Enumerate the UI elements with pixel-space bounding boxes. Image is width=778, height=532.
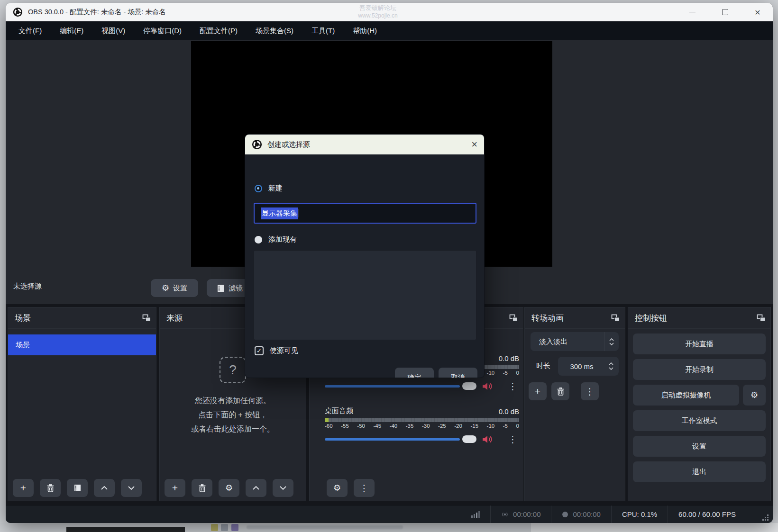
exit-button[interactable]: 退出 [633, 461, 766, 482]
mute-speaker-icon[interactable] [482, 435, 493, 443]
close-button[interactable]: × [753, 8, 762, 17]
background-thumbnail [211, 524, 218, 531]
add-source-button[interactable]: + [165, 479, 185, 497]
sources-panel-title: 来源 [166, 313, 183, 324]
add-transition-button[interactable]: + [529, 382, 547, 400]
transition-selected-value: 淡入淡出 [531, 337, 604, 346]
empty-hint-line3: 或者右击此处添加一个。 [160, 422, 306, 436]
start-recording-button[interactable]: 开始录制 [633, 359, 766, 380]
question-mark-icon: ? [220, 357, 246, 383]
duration-label: 时长 [536, 361, 550, 370]
menu-profile[interactable]: 配置文件(P) [191, 21, 247, 40]
remove-scene-button[interactable] [40, 479, 61, 497]
menu-tools[interactable]: 工具(T) [302, 21, 344, 40]
add-existing-label: 添加现有 [268, 235, 297, 244]
start-virtual-camera-button[interactable]: 启动虚拟摄像机 [633, 385, 739, 406]
transitions-toolbar: + ⋮ [529, 382, 599, 400]
scene-list-item-selected[interactable]: 场景 [8, 334, 156, 355]
ok-button[interactable]: 确定 [395, 368, 434, 378]
resize-grip[interactable] [762, 514, 769, 521]
existing-sources-list[interactable] [254, 250, 476, 340]
chevron-down-icon[interactable] [609, 367, 613, 370]
menu-edit[interactable]: 编辑(E) [51, 21, 92, 40]
create-source-dialog: 创建或选择源 × 新建 显示器采集 添加现有 ✓ 使源可见 确定 取消 [245, 134, 485, 378]
sources-toolbar: + ⚙ [165, 479, 293, 497]
obs-logo-icon [13, 7, 23, 17]
menu-view[interactable]: 视图(V) [92, 21, 134, 40]
meter-tick: -15 [470, 423, 478, 429]
move-source-up-button[interactable] [246, 479, 266, 497]
add-scene-button[interactable]: + [13, 479, 34, 497]
volume-slider-fill [325, 385, 460, 388]
fps-counter: 60.00 / 60.00 FPS [668, 505, 746, 523]
window-title: OBS 30.0.0 - 配置文件: 未命名 - 场景: 未命名 [28, 8, 166, 17]
remove-source-button[interactable] [192, 479, 212, 497]
settings-button[interactable]: 设置 [633, 436, 766, 457]
source-properties-toolbar-button[interactable]: ⚙ [219, 479, 239, 497]
gear-icon: ⚙ [162, 284, 169, 292]
volume-slider[interactable] [325, 438, 476, 441]
controls-button-stack: 开始直播 开始录制 启动虚拟摄像机 ⚙ 工作室模式 设置 退出 [633, 334, 766, 482]
remove-transition-button[interactable] [551, 382, 569, 400]
menu-docks[interactable]: 停靠窗口(D) [134, 21, 191, 40]
menu-scene-collection[interactable]: 场景集合(S) [247, 21, 302, 40]
transition-options-button[interactable]: ⋮ [581, 382, 599, 400]
move-scene-down-button[interactable] [121, 479, 142, 497]
channel-options-button[interactable]: ⋮ [508, 381, 517, 392]
chevron-up-icon[interactable] [609, 362, 613, 365]
filters-icon [74, 484, 81, 492]
channel-db-label: 0.0 dB [499, 407, 519, 415]
meter-tick: -20 [454, 423, 462, 429]
move-source-down-button[interactable] [273, 479, 293, 497]
scenes-panel-title: 场景 [15, 313, 31, 324]
mixer-options-button[interactable]: ⋮ [354, 479, 375, 497]
advanced-audio-properties-button[interactable]: ⚙ [327, 479, 348, 497]
popout-icon[interactable] [142, 314, 151, 322]
source-name-selected-text: 显示器采集 [261, 207, 298, 219]
volume-slider-handle[interactable] [462, 382, 476, 390]
mixer-toolbar: ⚙ ⋮ [327, 479, 375, 497]
meter-tick: -40 [390, 423, 398, 429]
watermark-line2: www.52pojie.cn [333, 12, 423, 20]
chevron-down-icon [128, 486, 135, 490]
source-properties-button[interactable]: ⚙ 设置 [151, 279, 198, 297]
start-streaming-button[interactable]: 开始直播 [633, 334, 766, 354]
duration-spinner[interactable]: 300 ms [558, 357, 619, 376]
background-thumbnail [231, 524, 238, 531]
cancel-button[interactable]: 取消 [439, 368, 477, 378]
radio-unselected-icon [255, 236, 262, 243]
make-source-visible-checkbox[interactable]: ✓ 使源可见 [255, 346, 298, 355]
menu-file[interactable]: 文件(F) [9, 21, 51, 40]
create-new-radio[interactable]: 新建 [255, 184, 283, 193]
scenes-panel-header: 场景 [8, 307, 156, 329]
mute-speaker-icon[interactable] [482, 382, 493, 390]
transition-select[interactable]: 淡入淡出 [531, 332, 619, 351]
menu-help[interactable]: 帮助(H) [344, 21, 386, 40]
add-existing-radio[interactable]: 添加现有 [255, 235, 297, 244]
studio-mode-button[interactable]: 工作室模式 [633, 410, 766, 431]
meter-tick: 0 [516, 423, 519, 429]
dialog-close-button[interactable]: × [471, 139, 477, 150]
make-source-visible-label: 使源可见 [270, 346, 298, 355]
broadcast-icon [501, 511, 509, 518]
minimize-button[interactable] [687, 8, 697, 17]
meter-scale: -60-55-50-45-40-35-30-25-20-15-10-50 [325, 423, 519, 429]
volume-slider-handle[interactable] [462, 435, 476, 443]
popout-icon[interactable] [611, 314, 620, 322]
virtual-camera-settings-button[interactable]: ⚙ [743, 385, 766, 406]
obs-logo-icon [252, 139, 262, 150]
window-controls: × [687, 3, 762, 21]
no-source-label: 未选择源 [13, 282, 42, 291]
popout-icon[interactable] [509, 314, 518, 322]
scene-filters-button[interactable] [67, 479, 88, 497]
spinner-arrows [605, 362, 617, 370]
meter-tick: -60 [325, 423, 333, 429]
maximize-button[interactable] [720, 8, 730, 17]
popout-icon[interactable] [757, 314, 766, 322]
source-name-input[interactable]: 显示器采集 [254, 203, 476, 224]
volume-slider[interactable] [325, 385, 476, 388]
watermark-line1: 吾爱破解论坛 [333, 4, 423, 12]
channel-options-button[interactable]: ⋮ [508, 434, 517, 445]
move-scene-up-button[interactable] [94, 479, 115, 497]
dialog-title-bar: 创建或选择源 × [245, 135, 484, 154]
